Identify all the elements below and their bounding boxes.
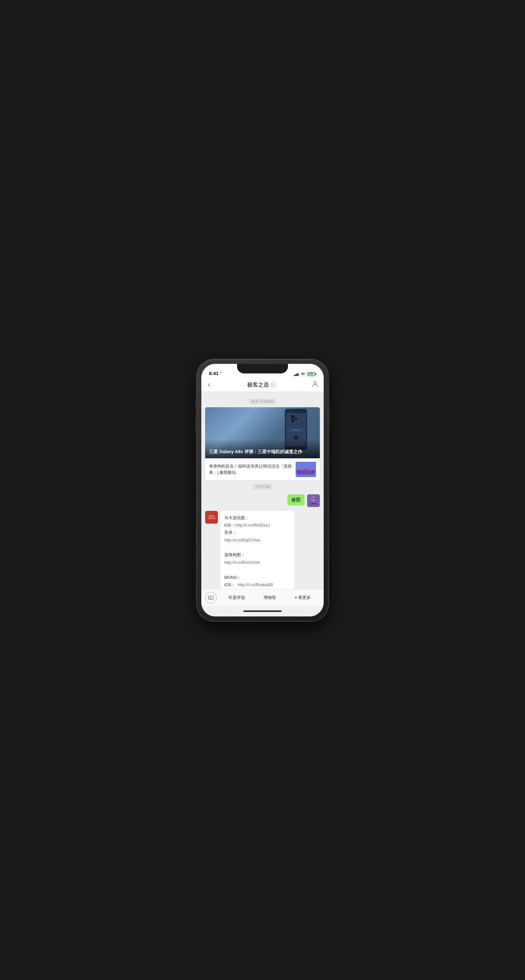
home-bar xyxy=(243,610,282,612)
svg-point-24 xyxy=(312,498,313,499)
svg-rect-19 xyxy=(298,467,305,470)
status-time: 6:41 xyxy=(209,371,223,376)
svg-point-0 xyxy=(314,382,316,384)
chat-scroll[interactable]: 昨天 下午9:52 xyxy=(201,392,324,589)
bot-message-row: GEEK CHOICE 马卡龙玩图： iOS：http://t.cn/Rk5Zo… xyxy=(201,509,324,589)
user-avatar-image xyxy=(307,494,320,507)
keyboard-icon xyxy=(208,595,214,600)
article-sub-thumb[interactable] xyxy=(296,462,316,477)
svg-rect-32 xyxy=(211,597,212,597)
user-message-bubble: 修图 xyxy=(287,494,305,506)
user-message-text: 修图 xyxy=(291,497,301,502)
status-icons xyxy=(294,372,316,376)
svg-rect-18 xyxy=(312,469,315,474)
toolbar-menu-museum[interactable]: 博物馆 xyxy=(261,593,278,602)
wifi-icon xyxy=(300,372,306,376)
nav-title-text: 极客之选 xyxy=(247,381,269,388)
svg-rect-30 xyxy=(209,597,209,597)
nav-title: 极客之选 xyxy=(247,381,276,388)
user-message-row: 修图 xyxy=(201,492,324,509)
phone-screen: 6:41 xyxy=(201,364,324,616)
svg-point-25 xyxy=(314,498,315,499)
toolbar-menu-annual[interactable]: 年度评选 xyxy=(226,593,247,602)
article-card[interactable]: SAMSUNG 三星 Galaxy A8s 评测：三星中端机的诚意之作 单身狗的… xyxy=(205,407,320,480)
svg-rect-36 xyxy=(209,598,211,599)
ford-bed-thumb xyxy=(296,462,316,477)
signal-bar-2 xyxy=(295,374,296,376)
timestamp-1: 昨天 下午9:52 xyxy=(201,398,324,404)
article-sub-text[interactable]: 单身狗的反击！福特这张床让情侣没法「滚床单」| 极客酷玩 xyxy=(209,463,292,476)
bot-avatar-line2: CHOICE xyxy=(208,517,215,520)
link-makalong-ios[interactable]: http://t.cn/Rk5ZoxJ xyxy=(235,523,270,527)
phone-shell: 6:41 xyxy=(197,360,328,621)
link-mono-ios[interactable]: http://t.cn/Ruaba6B xyxy=(238,582,273,587)
battery-body xyxy=(308,372,315,376)
home-indicator xyxy=(201,606,324,616)
svg-point-14 xyxy=(294,436,298,439)
bot-message-text: 马卡龙玩图： iOS：http://t.cn/Rk5ZoxJ 安卓： http:… xyxy=(224,515,290,589)
signal-bar-1 xyxy=(294,375,295,376)
bot-avatar-line1: GEEK xyxy=(209,515,214,517)
battery-fill xyxy=(308,373,314,375)
toolbar-menu-items: 年度评选 博物馆 ≡ 看更多 xyxy=(219,593,320,602)
svg-rect-31 xyxy=(210,597,211,597)
svg-text:SAMSUNG: SAMSUNG xyxy=(292,429,300,431)
back-button[interactable]: ‹ xyxy=(206,379,211,390)
bottom-toolbar: 年度评选 博物馆 ≡ 看更多 xyxy=(201,589,324,606)
keyboard-button[interactable] xyxy=(205,592,217,603)
signal-bars xyxy=(294,372,298,376)
timestamp-2: 下午6:38 xyxy=(201,484,324,489)
timestamp-2-text: 下午6:38 xyxy=(253,484,272,490)
user-avatar-icon xyxy=(307,494,320,507)
svg-point-8 xyxy=(292,420,293,421)
svg-rect-33 xyxy=(209,598,209,598)
svg-rect-20 xyxy=(306,467,314,470)
signal-bar-4 xyxy=(298,373,298,376)
profile-button[interactable] xyxy=(312,380,319,389)
signal-bar-3 xyxy=(296,374,297,376)
nav-bar: ‹ 极客之选 xyxy=(201,378,324,392)
toolbar-menu-more[interactable]: ≡ 看更多 xyxy=(292,593,313,602)
notch xyxy=(237,364,288,374)
location-icon xyxy=(219,372,223,375)
svg-point-5 xyxy=(292,416,293,417)
link-pola[interactable]: http://t.cn/Ehz3nGd xyxy=(224,560,260,565)
battery-icon xyxy=(308,372,316,376)
timestamp-1-text: 昨天 下午9:52 xyxy=(249,399,276,404)
article-sub[interactable]: 单身狗的反击！福特这张床让情侣没法「滚床单」| 极客酷玩 xyxy=(205,458,320,480)
phone-wrapper: 6:41 xyxy=(197,360,328,621)
bot-message-bubble: 马卡龙玩图： iOS：http://t.cn/Rk5ZoxJ 安卓： http:… xyxy=(220,511,294,589)
svg-rect-35 xyxy=(211,598,212,598)
article-main-title[interactable]: 三星 Galaxy A8s 评测：三星中端机的诚意之作 xyxy=(205,439,320,458)
svg-rect-17 xyxy=(297,469,300,474)
bot-avatar: GEEK CHOICE xyxy=(205,511,218,523)
user-avatar xyxy=(307,494,320,507)
link-makalong-android[interactable]: http://t.cn/EqO7Xou xyxy=(224,538,260,542)
battery-tip xyxy=(316,373,316,375)
time-display: 6:41 xyxy=(209,371,219,376)
person-icon xyxy=(312,380,319,387)
article-main-image[interactable]: SAMSUNG 三星 Galaxy A8s 评测：三星中端机的诚意之作 xyxy=(205,407,320,458)
nav-title-dot-icon xyxy=(271,382,276,387)
svg-point-10 xyxy=(295,418,297,419)
svg-rect-34 xyxy=(210,598,211,598)
